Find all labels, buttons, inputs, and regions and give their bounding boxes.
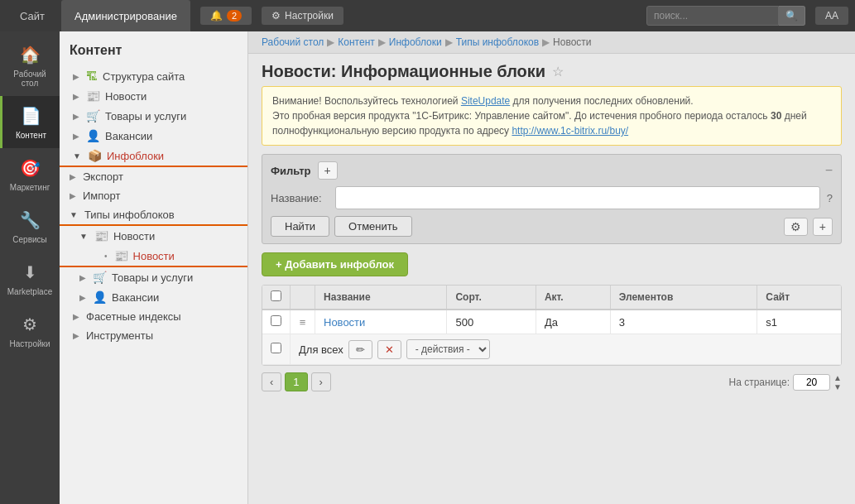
row-checkbox[interactable] xyxy=(271,315,281,326)
per-page-label: На странице: xyxy=(729,377,790,388)
row-name-link[interactable]: Новости xyxy=(324,316,365,329)
search-input[interactable] xyxy=(646,6,779,26)
breadcrumb-sep-1: ▶ xyxy=(327,36,334,48)
news-top-icon: 📰 xyxy=(86,89,100,103)
bulk-for-all-label: Для всех xyxy=(299,343,343,356)
sidebar-item-settings[interactable]: ⚙ Настройки xyxy=(0,305,60,357)
sidebar-item-marketing[interactable]: 🎯 Маркетинг xyxy=(0,148,60,200)
th-checkbox xyxy=(262,286,291,310)
sidebar-item-news-top[interactable]: ▶ 📰 Новости xyxy=(60,86,247,106)
th-name: Название xyxy=(315,286,447,310)
marketplace-icon: ⬇ xyxy=(18,261,41,284)
breadcrumb-infoblocks[interactable]: Инфоблоки xyxy=(389,36,442,48)
bulk-checkbox[interactable] xyxy=(271,343,281,353)
search-button[interactable]: 🔍 xyxy=(779,6,805,26)
favorite-icon[interactable]: ☆ xyxy=(552,64,564,79)
alert-text-3: Это пробная версия продукта "1С-Битрикс:… xyxy=(272,110,771,122)
sidebar-item-vacancies[interactable]: ▶ 👤 Вакансии xyxy=(60,126,247,146)
sidebar-item-infoblocks-types[interactable]: ▼ Типы инфоблоков xyxy=(60,205,247,226)
select-all-checkbox[interactable] xyxy=(271,290,281,301)
arrow-icon: ▶ xyxy=(73,312,79,321)
icon-sidebar: 🏠 Рабочийстол 📄 Контент 🎯 Маркетинг 🔧 Се… xyxy=(0,31,60,504)
bullet-icon: • xyxy=(104,252,108,261)
sidebar-item-infoblocks[interactable]: ▼ 📦 Инфоблоки xyxy=(60,146,247,167)
sidebar-item-goods[interactable]: ▶ 🛒 Товары и услуги xyxy=(60,106,247,126)
bulk-delete-btn[interactable]: ✕ xyxy=(377,340,401,359)
filter-cancel-btn[interactable]: Отменить xyxy=(334,216,411,237)
filter-help-icon[interactable]: ? xyxy=(827,192,833,204)
notifications-badge: 2 xyxy=(227,10,242,22)
filter-extra-btn[interactable]: + xyxy=(813,218,833,236)
page-title: Новости: Информационные блоки xyxy=(262,62,545,81)
breadcrumb-infoblocks-types[interactable]: Типы инфоблоков xyxy=(456,36,539,48)
notifications-btn[interactable]: 🔔 2 xyxy=(200,7,252,25)
add-infoblock-btn[interactable]: + Добавить инфоблок xyxy=(262,252,408,276)
sidebar-item-import[interactable]: ▶ Импорт xyxy=(60,186,247,205)
sidebar-item-faceted[interactable]: ▶ Фасетные индексы xyxy=(60,307,247,326)
row-drag-cell: ≡ xyxy=(291,310,315,334)
sidebar-content-label: Контент xyxy=(16,131,46,140)
alert-text-4: дней xyxy=(781,110,806,122)
row-elements-cell: 3 xyxy=(610,310,757,334)
sidebar-item-marketplace[interactable]: ⬇ Marketplace xyxy=(0,252,60,305)
filter-header: Фильтр + − xyxy=(271,161,833,180)
breadcrumb-sep-2: ▶ xyxy=(378,36,386,48)
import-label: Импорт xyxy=(83,190,120,202)
per-page-arrows[interactable]: ▲▼ xyxy=(833,373,842,391)
breadcrumb-current: Новости xyxy=(553,36,591,48)
filter-settings-btn[interactable]: ⚙ xyxy=(784,218,808,236)
bulk-checkbox-cell xyxy=(262,334,291,365)
sidebar-item-site-structure[interactable]: ▶ 🏗 Структура сайта xyxy=(60,66,247,86)
filter-name-input[interactable] xyxy=(335,186,820,209)
filter-add-btn[interactable]: + xyxy=(318,161,338,180)
bulk-actions-select[interactable]: - действия - xyxy=(406,339,490,359)
tab-admin[interactable]: Администрирование xyxy=(61,0,190,31)
user-menu[interactable]: АА xyxy=(815,7,848,25)
sidebar-item-news-type[interactable]: ▼ 📰 Новости xyxy=(60,226,247,246)
sidebar-settings-label: Настройки xyxy=(9,339,50,348)
per-page-input[interactable] xyxy=(793,374,830,391)
page-header: Новости: Информационные блоки ☆ xyxy=(248,54,855,86)
sidebar-item-desktop[interactable]: 🏠 Рабочийстол xyxy=(0,35,60,96)
filter-find-btn[interactable]: Найти xyxy=(271,216,329,237)
sidebar-item-export[interactable]: ▶ Экспорт xyxy=(60,167,247,186)
bulk-actions: Для всех ✏ ✕ - действия - xyxy=(299,339,833,359)
content-sidebar: Контент ▶ 🏗 Структура сайта ▶ 📰 Новости … xyxy=(60,31,248,504)
row-sort-cell: 500 xyxy=(447,310,536,334)
breadcrumb-content[interactable]: Контент xyxy=(338,36,374,48)
bulk-edit-btn[interactable]: ✏ xyxy=(348,340,372,359)
settings-btn[interactable]: ⚙ Настройки xyxy=(262,7,343,25)
goods-icon: 🛒 xyxy=(86,109,100,122)
faceted-label: Фасетные индексы xyxy=(86,310,181,323)
page-next-btn[interactable]: › xyxy=(311,372,331,391)
infoblocks-label: Инфоблоки xyxy=(107,150,164,162)
sidebar-item-services[interactable]: 🔧 Сервисы xyxy=(0,200,60,252)
sidebar-marketplace-label: Marketplace xyxy=(7,287,52,296)
news-item-icon: 📰 xyxy=(114,249,128,262)
sidebar-item-instruments[interactable]: ▶ Инструменты xyxy=(60,326,247,345)
arrow-icon: ▶ xyxy=(73,331,79,340)
row-active-cell: Да xyxy=(536,310,610,334)
sidebar-item-goods-sub[interactable]: ▶ 🛒 Товары и услуги xyxy=(60,267,247,287)
sidebar-item-news-selected[interactable]: • 📰 Новости xyxy=(60,246,247,267)
page-prev-btn[interactable]: ‹ xyxy=(262,372,281,391)
gear-icon: ⚙ xyxy=(271,10,281,22)
sidebar-item-content[interactable]: 📄 Контент xyxy=(0,96,60,148)
breadcrumb-desktop[interactable]: Рабочий стол xyxy=(262,36,324,48)
alert-days: 30 xyxy=(771,110,781,122)
site-update-link[interactable]: SiteUpdate xyxy=(461,95,510,107)
buy-link[interactable]: http://www.1c-bitrix.ru/buy/ xyxy=(512,125,628,137)
tab-site[interactable]: Сайт xyxy=(7,0,58,31)
infoblocks-icon: 📦 xyxy=(88,149,102,162)
sidebar-marketing-label: Маркетинг xyxy=(10,183,50,192)
bulk-actions-cell: Для всех ✏ ✕ - действия - xyxy=(291,334,842,365)
news-type-icon: 📰 xyxy=(94,229,108,242)
breadcrumb: Рабочий стол ▶ Контент ▶ Инфоблоки ▶ Тип… xyxy=(248,31,855,54)
alert-text-2: для получения последних обновлений. xyxy=(510,95,693,107)
topbar: Сайт Администрирование 🔔 2 ⚙ Настройки 🔍… xyxy=(0,0,855,31)
sidebar-item-vacancies-sub[interactable]: ▶ 👤 Вакансии xyxy=(60,287,247,307)
infoblocks-types-label: Типы инфоблоков xyxy=(84,209,175,221)
page-1-btn[interactable]: 1 xyxy=(285,372,307,391)
filter-collapse-btn[interactable]: − xyxy=(825,163,833,178)
alert-box: Внимание! Воспользуйтесь технологией Sit… xyxy=(262,86,842,146)
